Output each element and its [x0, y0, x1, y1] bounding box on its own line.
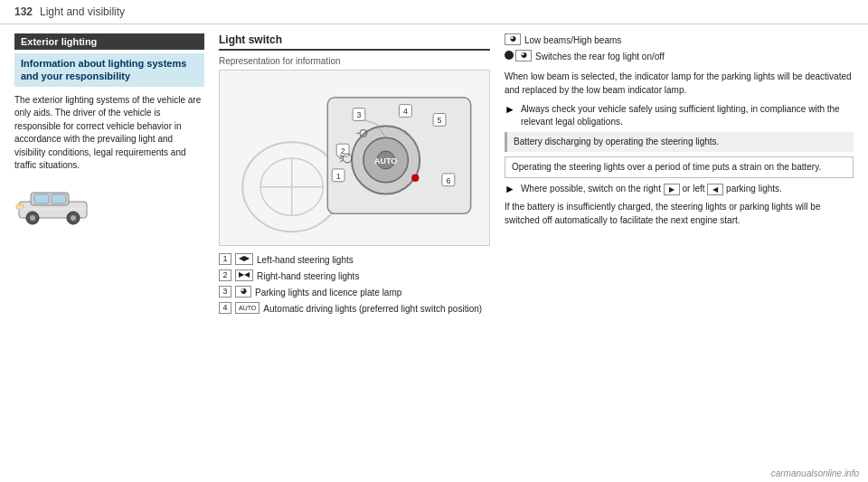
svg-rect-6 [34, 194, 49, 203]
header-bar: 132 Light and visibility [0, 0, 868, 24]
car-illustration [14, 182, 91, 227]
item-badge-4: 4 [219, 302, 231, 314]
right-body-text-1: When low beam is selected, the indicator… [505, 71, 854, 97]
list-item: ◕ Low beams/High beams [505, 33, 854, 48]
page-number: 132 [14, 5, 33, 18]
item-badge-2: 2 [219, 269, 231, 281]
bullet-row-1: ► Always check your vehicle safely using… [505, 103, 854, 128]
filled-circle-icon [505, 51, 514, 60]
right-column: ◕ Low beams/High beams ◕ Switches the re… [505, 33, 854, 468]
item-label-4: Automatic driving lights (preferred ligh… [263, 302, 482, 317]
item-badge-3: 3 [219, 286, 231, 298]
light-switch-svg: AUTO 1 2 3 4 5 [220, 71, 489, 245]
item-icon-3: ◕ [235, 286, 251, 298]
middle-items-list: 1 ◀▶ Left-hand steering lights 2 ▶◀ Righ… [219, 253, 490, 317]
svg-text:4: 4 [403, 107, 408, 116]
list-item: 3 ◕ Parking lights and licence plate lam… [219, 286, 490, 300]
warning-box: Battery discharging by operating the ste… [505, 132, 854, 152]
right-items-list: ◕ Low beams/High beams ◕ Switches the re… [505, 33, 854, 63]
svg-text:6: 6 [446, 176, 450, 185]
right-body-text-2: If the battery is insufficiently charged… [505, 201, 854, 227]
warning-text: Battery discharging by operating the ste… [514, 137, 719, 146]
page-wrapper: 132 Light and visibility Exterior lighti… [0, 0, 868, 482]
bullet-row-2: ► Where possible, switch on the right ▶ … [505, 183, 854, 195]
item-label-6: Switches the rear fog light on/off [535, 50, 665, 64]
list-item: 1 ◀▶ Left-hand steering lights [219, 253, 490, 268]
item-label-1: Left-hand steering lights [257, 253, 354, 268]
arrow-icon-2: ► [505, 183, 515, 195]
svg-text:2: 2 [341, 146, 345, 156]
light-switch-illustration: AUTO 1 2 3 4 5 [219, 70, 490, 246]
left-light-badge: ◀ [707, 184, 723, 195]
list-item: 4 AUTO Automatic driving lights (preferr… [219, 302, 490, 317]
note-box: Operating the steering lights over a per… [505, 156, 854, 178]
item-icon-1: ◀▶ [235, 253, 253, 265]
item-label-5: Low beams/High beams [524, 33, 621, 48]
item-icons-6: ◕ [505, 50, 532, 61]
list-item: ◕ Switches the rear fog light on/off [505, 50, 854, 64]
section-title: Light and visibility [40, 5, 125, 18]
item-label-2: Right-hand steering lights [257, 269, 359, 284]
svg-point-4 [30, 215, 35, 221]
left-body-text: The exterior lighting systems of the veh… [14, 94, 204, 173]
left-column: Exterior lighting Information about ligh… [14, 33, 204, 468]
illustration-caption: Representation for information [219, 56, 490, 66]
item-icon-4: AUTO [235, 302, 259, 314]
car-thumbnail [14, 182, 96, 232]
svg-point-38 [411, 175, 419, 182]
info-heading: Information about lighting systems and y… [14, 53, 204, 87]
item-icon-6b: ◕ [515, 50, 532, 61]
svg-text:3: 3 [356, 110, 361, 119]
svg-point-5 [71, 215, 76, 221]
item-badge-1: 1 [219, 253, 231, 265]
watermark: carmanualsonline.info [771, 468, 859, 478]
svg-text:1: 1 [336, 172, 341, 181]
middle-column: Light switch Representation for informat… [219, 33, 490, 468]
mid-section-heading: Light switch [219, 33, 490, 51]
list-item: 2 ▶◀ Right-hand steering lights [219, 269, 490, 284]
item-label-3: Parking lights and licence plate lamp [255, 286, 401, 300]
item-icon-5: ◕ [505, 33, 521, 45]
content-area: Exterior lighting Information about ligh… [0, 24, 868, 476]
svg-rect-8 [16, 204, 24, 209]
svg-text:5: 5 [438, 116, 442, 125]
bullet-text-2: Where possible, switch on the right ▶ or… [521, 183, 782, 195]
note-text: Operating the steering lights over a per… [512, 162, 821, 172]
section-heading: Exterior lighting [14, 33, 204, 50]
svg-rect-7 [52, 194, 66, 203]
svg-text:AUTO: AUTO [374, 156, 397, 165]
arrow-icon-1: ► [505, 103, 515, 116]
right-light-badge: ▶ [664, 184, 680, 195]
item-icon-2: ▶◀ [235, 269, 253, 281]
bullet-text-1: Always check your vehicle safely using s… [521, 103, 854, 128]
